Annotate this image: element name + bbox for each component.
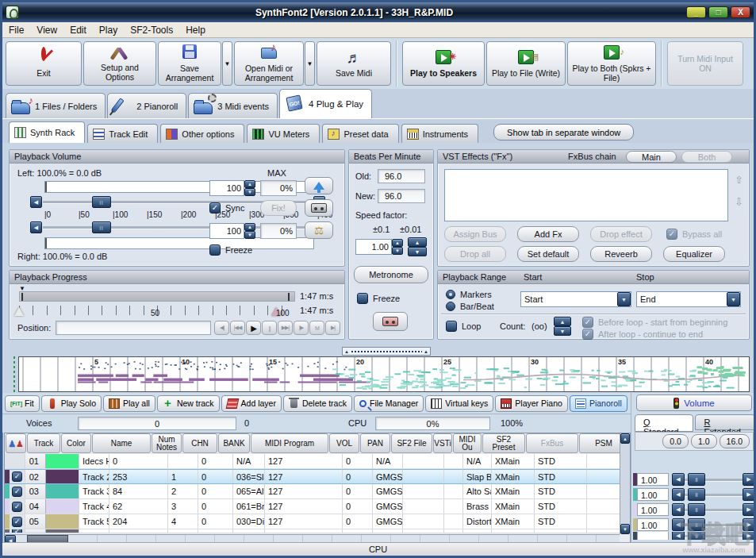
track-row-06[interactable]: ✓06 <box>5 529 630 533</box>
cell-num[interactable]: 06 <box>25 529 46 533</box>
col-header-num-notes[interactable]: Num Notes <box>152 433 182 453</box>
pianoroll-button[interactable]: Pianoroll <box>570 395 627 412</box>
bypass-all-checkbox[interactable]: ✓ <box>666 229 677 240</box>
volume-slider[interactable]: ◀||▶ <box>672 488 755 501</box>
col-header-sf2-file[interactable]: SF2 File <box>391 433 432 453</box>
save-arrangement-dropdown-icon[interactable]: ▼ <box>222 41 232 86</box>
slider-right-arrow-icon[interactable]: ▶ <box>743 488 755 501</box>
track-row-04[interactable]: ✓04Track 46230061=Brass Sec1270GMGSx.sf2… <box>5 499 630 514</box>
play-all-button[interactable]: Play all <box>103 395 155 412</box>
cell-num[interactable]: 02 <box>25 470 46 483</box>
spin-down-icon[interactable]: ▼ <box>244 231 255 239</box>
slider-thumb[interactable]: || <box>688 488 705 501</box>
tab-pianoroll[interactable]: 2 Pianoroll <box>107 93 186 118</box>
spin-up-icon[interactable]: ▲ <box>244 223 255 231</box>
equalizer-button[interactable]: Equalizer <box>663 246 725 262</box>
slider-value[interactable]: 1.00 <box>637 503 669 516</box>
track-row-01[interactable]: 01Idecs Hyper Gro00N/A1270N/AN/AXMainSTD <box>5 454 630 469</box>
spin-up-icon[interactable]: ▲ <box>392 239 403 247</box>
play-to-both-button[interactable]: ♪Play to Both (Spkrs + File) <box>567 41 656 86</box>
slider-left-arrow-icon[interactable]: ◀ <box>672 503 685 516</box>
slider-thumb[interactable]: || <box>688 473 705 486</box>
slider-thumb[interactable]: || <box>92 196 111 208</box>
col-header-vol[interactable]: VOL <box>329 433 359 453</box>
volume-freeze-checkbox[interactable] <box>209 244 221 256</box>
pianoroll-mini-scrollbar[interactable]: ▲ ▲ <box>342 347 431 356</box>
spin-down-icon[interactable]: ▼ <box>408 247 427 256</box>
markers-radio[interactable] <box>446 290 455 299</box>
bpm-freeze-checkbox[interactable] <box>357 293 368 304</box>
drop-effect-button[interactable]: Drop effect <box>590 226 652 242</box>
spin-up-icon[interactable]: ▲ <box>244 180 255 188</box>
tab-midi-events[interactable]: 3 Midi events <box>188 93 278 118</box>
volume-slider[interactable]: ◀||▶ <box>672 473 755 486</box>
drop-all-button[interactable]: Drop all <box>444 246 506 262</box>
table-vscrollbar[interactable]: ▲ ▼ <box>620 433 630 534</box>
slider-value[interactable]: 1.00 <box>637 473 669 486</box>
color-cell[interactable] <box>46 529 79 533</box>
rewind-bar-button[interactable]: ◀| <box>214 321 229 335</box>
position-input[interactable] <box>56 321 211 335</box>
cell-num[interactable]: 03 <box>25 484 46 498</box>
menu-edit[interactable]: Edit <box>63 23 93 37</box>
slider-thumb[interactable]: || <box>688 503 705 516</box>
fxbus-both-button[interactable]: Both <box>681 151 732 163</box>
slider-right-arrow-icon[interactable]: ▶ <box>743 473 755 486</box>
slider-left-arrow-icon[interactable]: ◀ <box>30 196 42 208</box>
file-manager-button[interactable]: File Manager <box>354 395 424 412</box>
col-header-bank[interactable]: BANK <box>218 433 250 453</box>
rewind-to-start-button[interactable]: |◀◀ <box>230 321 245 335</box>
spin-down-icon[interactable]: ▼ <box>392 247 403 255</box>
spin-up-icon[interactable]: ▲ <box>554 317 571 326</box>
cell-num[interactable]: 05 <box>25 514 46 529</box>
menu-sf2-tools[interactable]: SF2-Tools <box>124 23 179 37</box>
dropdown-arrow-icon[interactable]: ▼ <box>727 292 740 306</box>
subtab-preset-data[interactable]: Preset data <box>322 124 398 143</box>
open-midi-or-arrangement-dropdown-icon[interactable]: ▼ <box>305 41 315 86</box>
reveerb-button[interactable]: Reveerb <box>590 246 652 262</box>
mini-scroll-right-icon[interactable]: ▲ <box>424 349 428 354</box>
volume-button[interactable]: Volume <box>636 394 752 411</box>
close-button[interactable]: X <box>731 6 750 18</box>
max-volume-button[interactable] <box>305 177 333 194</box>
play-to-speakers-button[interactable]: ✳Play to Speakers <box>402 41 485 86</box>
row-checkbox[interactable]: ✓ <box>12 502 22 512</box>
speed-factor-fine-spinner[interactable]: ▲ ▼ <box>408 237 427 256</box>
scroll-down-icon[interactable]: ▼ <box>620 524 630 534</box>
subtab-track-edit[interactable]: Track Edit <box>87 124 158 143</box>
subtab-other-options[interactable]: Other options <box>160 124 244 143</box>
player-piano-button[interactable]: Player Piano <box>495 395 568 412</box>
track-row-05[interactable]: ✓05Track 520440030=Distortion G1270GMGSx… <box>5 514 630 529</box>
count-spinner[interactable]: ▲ ▼ <box>554 317 571 336</box>
slider-value[interactable]: 1.00 <box>637 488 669 501</box>
slider-left-arrow-icon[interactable]: ◀ <box>672 518 685 531</box>
color-cell[interactable] <box>46 514 79 529</box>
bpm-record-button[interactable] <box>373 312 408 331</box>
before-loop-checkbox[interactable]: ✓ <box>582 317 593 328</box>
volume-tab-standard[interactable]: Q Standard <box>635 414 693 432</box>
fit-button[interactable]: Fit <box>5 395 40 412</box>
slider-right-arrow-icon[interactable]: ▶ <box>743 518 755 531</box>
loop-start-marker[interactable] <box>14 307 24 316</box>
maximize-button[interactable]: □ <box>708 6 728 18</box>
col-header-color[interactable]: Color <box>61 433 91 453</box>
row-checkbox[interactable]: ✓ <box>12 487 22 497</box>
col-header-midi-program[interactable]: MIDI Program <box>251 433 328 453</box>
col-header-track[interactable]: Track <box>27 433 60 453</box>
row-checkbox[interactable]: ✓ <box>12 517 22 527</box>
track-row-02[interactable]: ✓02Track 225310036=Slap Bass1270GMGSx.sf… <box>5 469 630 484</box>
slider-left-arrow-icon[interactable]: ◀ <box>30 221 42 233</box>
start-dropdown[interactable]: Start ▼ <box>520 291 631 307</box>
left-volume-spinner[interactable]: 100 ▲▼ <box>209 180 255 196</box>
range-button-16.0[interactable]: 16.0 <box>720 434 750 448</box>
new-track-button[interactable]: New track <box>157 395 220 412</box>
mute-button[interactable]: M <box>309 321 324 335</box>
play-button[interactable]: ▶ <box>246 321 261 335</box>
exit-button[interactable]: Exit <box>6 41 82 86</box>
play-to-file-button[interactable]: ▤Play to File (Write) <box>486 41 566 86</box>
play-solo-button[interactable]: Play Solo <box>41 395 102 412</box>
slider-thumb[interactable]: || <box>92 221 111 233</box>
fix-button[interactable]: Fix! <box>260 200 297 216</box>
col-header-pan[interactable]: PAN <box>360 433 390 453</box>
menu-play[interactable]: Play <box>93 23 124 37</box>
